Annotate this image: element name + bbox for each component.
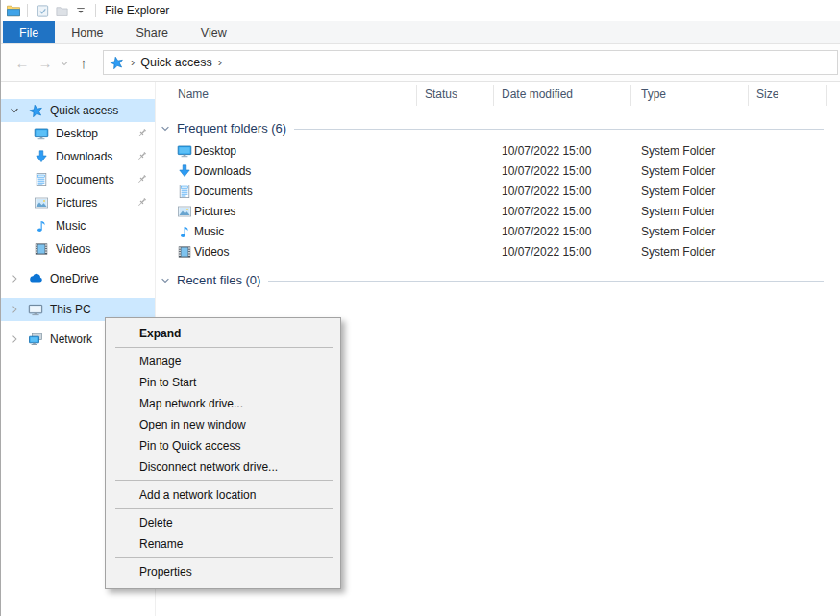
menu-separator xyxy=(115,480,333,481)
downloads-icon xyxy=(34,149,49,164)
column-header-size[interactable]: Size xyxy=(756,87,778,101)
column-divider[interactable] xyxy=(630,85,631,106)
breadcrumb-chevron-icon[interactable]: › xyxy=(212,55,228,71)
menu-item-delete[interactable]: Delete xyxy=(106,512,340,533)
chevron-collapsed-icon[interactable] xyxy=(9,333,20,345)
file-row-videos[interactable]: Videos10/07/2022 15:00System Folder xyxy=(156,242,840,262)
menu-item-open-in-new-window[interactable]: Open in new window xyxy=(106,414,340,435)
file-explorer-logo-icon xyxy=(5,2,22,19)
titlebar-separator xyxy=(95,4,96,17)
sidebar-item-downloads[interactable]: Downloads xyxy=(1,145,155,168)
file-date: 10/07/2022 15:00 xyxy=(502,245,591,259)
sidebar-item-quick-access[interactable]: Quick access xyxy=(1,99,155,122)
up-icon[interactable]: ↑ xyxy=(72,55,95,71)
pictures-icon xyxy=(177,204,192,219)
menu-item-rename[interactable]: Rename xyxy=(106,533,340,554)
column-header-status[interactable]: Status xyxy=(425,87,457,101)
menu-item-expand[interactable]: Expand xyxy=(106,323,340,344)
desktop-icon xyxy=(34,126,49,141)
titlebar-separator xyxy=(27,4,28,17)
new-folder-qat-icon[interactable] xyxy=(52,2,71,19)
forward-icon[interactable]: → xyxy=(34,55,57,71)
menu-separator xyxy=(115,557,333,558)
address-bar[interactable]: › Quick access › xyxy=(103,50,838,75)
breadcrumb-chevron-icon[interactable]: › xyxy=(125,55,140,71)
sidebar-item-desktop[interactable]: Desktop xyxy=(1,122,155,145)
column-divider[interactable] xyxy=(493,85,494,106)
column-header-date-modified[interactable]: Date modified xyxy=(502,87,573,101)
music-icon xyxy=(34,218,49,234)
file-row-downloads[interactable]: Downloads10/07/2022 15:00System Folder xyxy=(156,161,840,182)
column-divider[interactable] xyxy=(826,85,827,106)
sidebar-item-documents[interactable]: Documents xyxy=(1,168,155,191)
sidebar-item-onedrive[interactable]: OneDrive xyxy=(1,267,155,290)
group-rows: Desktop10/07/2022 15:00System FolderDown… xyxy=(156,141,840,262)
file-name: Documents xyxy=(194,185,253,198)
sidebar-item-label: Documents xyxy=(56,173,114,186)
navigation-bar: ← → ↑ › Quick access › xyxy=(1,44,840,82)
recent-locations-chevron-icon[interactable] xyxy=(57,55,72,71)
tab-share[interactable]: Share xyxy=(120,21,185,43)
group-header-frequent-folders-6[interactable]: Frequent folders (6) xyxy=(156,118,824,137)
sidebar-item-label: OneDrive xyxy=(50,272,99,285)
menu-item-pin-to-quick-access[interactable]: Pin to Quick access xyxy=(106,435,340,456)
quick-access-star-icon xyxy=(108,54,125,71)
onedrive-icon xyxy=(28,271,43,286)
quick-access-star-icon xyxy=(28,103,43,118)
tab-view[interactable]: View xyxy=(185,21,243,43)
file-row-documents[interactable]: Documents10/07/2022 15:00System Folder xyxy=(156,182,840,202)
titlebar: File Explorer xyxy=(1,0,840,21)
network-icon xyxy=(28,332,43,347)
customize-quick-access-toolbar-icon[interactable] xyxy=(71,2,90,19)
group-header-recent-files-0[interactable]: Recent files (0) xyxy=(156,270,824,289)
file-type: System Folder xyxy=(641,144,715,158)
file-explorer-window: File Explorer File Home Share View ← → ↑… xyxy=(0,0,840,616)
documents-icon xyxy=(177,184,192,199)
column-header-row: Name Status Date modified Type Size xyxy=(156,82,840,109)
desktop-icon xyxy=(177,143,192,159)
sidebar-item-music[interactable]: Music xyxy=(1,214,155,237)
chevron-collapsed-icon[interactable] xyxy=(9,273,20,284)
file-date: 10/07/2022 15:00 xyxy=(502,144,591,158)
pin-icon xyxy=(136,196,148,209)
pin-icon xyxy=(136,173,148,185)
file-name: Pictures xyxy=(194,205,235,218)
menu-item-manage[interactable]: Manage xyxy=(106,351,340,372)
file-name: Desktop xyxy=(194,144,236,158)
sidebar-item-label: Pictures xyxy=(56,196,97,209)
documents-icon xyxy=(34,172,49,187)
ribbon-tab-bar: File Home Share View xyxy=(1,21,840,44)
sidebar-item-label: Quick access xyxy=(50,104,118,117)
pin-icon xyxy=(136,150,148,162)
sidebar-item-label: Videos xyxy=(56,242,90,256)
menu-item-disconnect-network-drive[interactable]: Disconnect network drive... xyxy=(106,456,340,478)
file-groups: Frequent folders (6)Desktop10/07/2022 15… xyxy=(156,118,840,289)
file-row-desktop[interactable]: Desktop10/07/2022 15:00System Folder xyxy=(156,141,840,161)
column-divider[interactable] xyxy=(748,85,749,106)
file-row-pictures[interactable]: Pictures10/07/2022 15:00System Folder xyxy=(156,202,840,222)
window-title: File Explorer xyxy=(105,4,169,17)
menu-item-map-network-drive[interactable]: Map network drive... xyxy=(106,393,340,414)
tab-home[interactable]: Home xyxy=(55,21,119,43)
sidebar-item-videos[interactable]: Videos xyxy=(1,237,155,260)
chevron-collapsed-icon[interactable] xyxy=(9,304,20,315)
breadcrumb-quick-access[interactable]: Quick access xyxy=(140,56,211,69)
group-chevron-icon xyxy=(160,275,171,286)
menu-item-add-a-network-location[interactable]: Add a network location xyxy=(106,484,340,505)
file-row-music[interactable]: Music10/07/2022 15:00System Folder xyxy=(156,222,840,242)
chevron-expanded-icon[interactable] xyxy=(9,105,20,116)
tab-file[interactable]: File xyxy=(3,21,55,43)
group-chevron-icon xyxy=(160,123,171,135)
column-header-type[interactable]: Type xyxy=(641,87,666,101)
pin-icon xyxy=(136,127,148,139)
back-icon[interactable]: ← xyxy=(11,55,34,71)
file-type: System Folder xyxy=(641,185,715,198)
column-header-name[interactable]: Name xyxy=(178,87,209,101)
menu-item-properties[interactable]: Properties xyxy=(106,561,340,582)
menu-item-pin-to-start[interactable]: Pin to Start xyxy=(106,372,340,393)
downloads-icon xyxy=(177,163,192,179)
properties-qat-icon[interactable] xyxy=(33,2,52,19)
column-divider[interactable] xyxy=(416,85,417,106)
sidebar-item-pictures[interactable]: Pictures xyxy=(1,191,155,214)
this-pc-icon xyxy=(28,302,43,317)
